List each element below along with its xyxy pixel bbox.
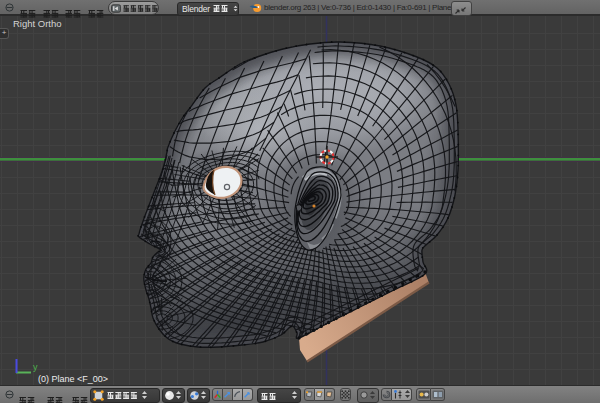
svg-text:y: y [33,362,38,372]
